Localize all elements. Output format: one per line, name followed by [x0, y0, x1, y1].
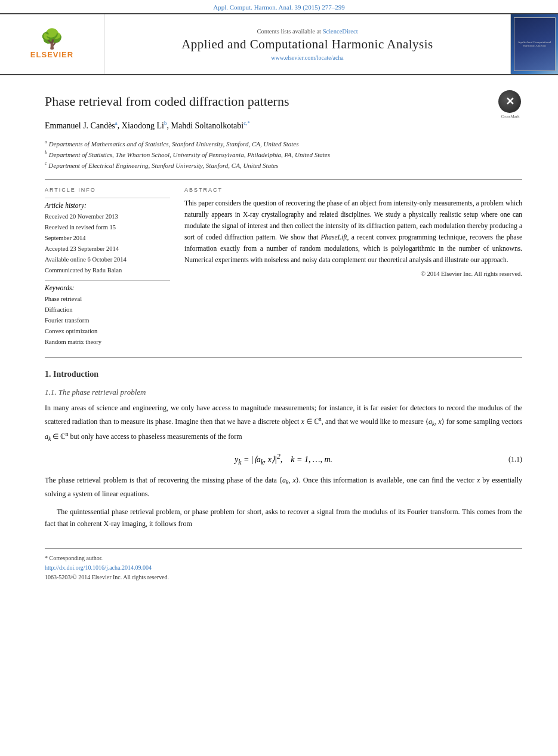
author-li-sup: b [164, 120, 167, 126]
journal-ref: Appl. Comput. Harmon. Anal. 39 (2015) 27… [213, 4, 345, 11]
article-info-column: ARTICLE INFO Article history: Received 2… [45, 187, 170, 347]
section-1-num: 1. [45, 370, 51, 379]
contents-line: Contents lists available at ScienceDirec… [257, 28, 357, 35]
article-history-block: Article history: Received 20 November 20… [45, 198, 170, 275]
abstract-text: This paper considers the question of rec… [184, 198, 522, 266]
paper-title-row: Phase retrieval from coded diffraction p… [45, 87, 522, 119]
author-soltanolkotabi: Mahdi Soltanolkotabi [171, 121, 243, 130]
keywords-block: Keywords: Phase retrieval Diffraction Fo… [45, 280, 170, 347]
authors-line: Emmanuel J. Candèsa, Xiaodong Lib, Mahdi… [45, 119, 522, 133]
body-para-1: In many areas of science and engineering… [45, 402, 522, 444]
equation-number: (1.1) [508, 455, 522, 464]
contents-label: Contents lists available at [257, 28, 321, 35]
affiliation-b: b Department of Statistics, The Wharton … [45, 149, 522, 160]
divider-after-abstract [45, 357, 522, 358]
elsevier-text: ELSEVIER [30, 50, 73, 59]
crossmark-badge[interactable]: ✕ CrossMark [498, 90, 522, 114]
copyright-line: © 2014 Elsevier Inc. All rights reserved… [184, 271, 522, 277]
two-column-section: ARTICLE INFO Article history: Received 2… [45, 187, 522, 347]
footnote-issn: 1063-5203/© 2014 Elsevier Inc. All right… [45, 573, 522, 582]
affiliation-a: a Departments of Mathematics and of Stat… [45, 139, 522, 149]
journal-cover-image: Applied and Computational Harmonic Analy… [514, 17, 556, 71]
footer-area: * Corresponding author. http://dx.doi.or… [45, 548, 522, 582]
history-items: Received 20 November 2013 Received in re… [45, 211, 170, 275]
footnote-doi[interactable]: http://dx.doi.org/10.1016/j.acha.2014.09… [45, 563, 522, 573]
section-1-heading: 1. Introduction [45, 370, 522, 379]
keywords-list: Phase retrieval Diffraction Fourier tran… [45, 294, 170, 347]
history-item-6: Communicated by Radu Balan [45, 265, 170, 276]
subsection-1-1-heading: 1.1. The phase retrieval problem [45, 388, 522, 397]
history-item-2: Received in revised form 15 [45, 222, 170, 233]
body-para-2: The phase retrieval problem is that of r… [45, 474, 522, 500]
keyword-4: Convex optimization [45, 326, 170, 337]
subsection-1-1-title: The phase retrieval problem [58, 388, 146, 397]
article-info-label: ARTICLE INFO [45, 187, 170, 193]
main-header: 🌳 ELSEVIER Contents lists available at S… [0, 13, 558, 75]
affiliations: a Departments of Mathematics and of Stat… [45, 139, 522, 171]
paper-title: Phase retrieval from coded diffraction p… [45, 93, 289, 110]
section-1-title: Introduction [53, 370, 98, 379]
journal-url[interactable]: www.elsevier.com/locate/acha [271, 54, 344, 61]
journal-title-area: Contents lists available at ScienceDirec… [104, 14, 510, 74]
history-item-4: Accepted 23 September 2014 [45, 244, 170, 254]
elsevier-logo: 🌳 ELSEVIER [30, 29, 73, 59]
history-item-1: Received 20 November 2013 [45, 211, 170, 222]
doi-link[interactable]: http://dx.doi.org/10.1016/j.acha.2014.09… [45, 564, 152, 571]
history-item-5: Available online 6 October 2014 [45, 254, 170, 265]
keyword-3: Fourier transform [45, 315, 170, 326]
keyword-5: Random matrix theory [45, 337, 170, 348]
abstract-label: ABSTRACT [184, 187, 522, 193]
cover-text: Applied and Computational Harmonic Analy… [517, 41, 553, 48]
equation-content: yk = |⟨ak, x⟩|2, k = 1, …, m. [235, 453, 332, 466]
subsection-1-1-num: 1.1. [45, 388, 57, 397]
keyword-2: Diffraction [45, 305, 170, 315]
equation-1-1: yk = |⟨ak, x⟩|2, k = 1, …, m. (1.1) [45, 453, 522, 466]
journal-header-bar: Appl. Comput. Harmon. Anal. 39 (2015) 27… [0, 0, 558, 13]
abstract-phaselift: PhaseLift [321, 233, 347, 241]
history-item-3: September 2014 [45, 233, 170, 244]
author-li: Xiaodong Li [122, 121, 164, 130]
paper-content: Phase retrieval from coded diffraction p… [0, 75, 558, 594]
tree-icon: 🌳 [30, 29, 73, 48]
author-candes: Emmanuel J. Candès [45, 121, 115, 130]
abstract-column: ABSTRACT This paper considers the questi… [184, 187, 522, 347]
keyword-1: Phase retrieval [45, 294, 170, 305]
history-title: Article history: [45, 202, 170, 209]
abstract-and: and [270, 222, 280, 229]
crossmark-icon: ✕ [498, 90, 521, 113]
author-soltanolkotabi-sup: c,* [243, 120, 250, 126]
body-para-3: The quintessential phase retrieval probl… [45, 506, 522, 530]
publisher-logo-area: 🌳 ELSEVIER [0, 14, 104, 74]
divider-after-affiliations [45, 179, 522, 180]
journal-cover-thumbnail: Applied and Computational Harmonic Analy… [510, 14, 558, 74]
author-candes-sup: a [115, 120, 118, 126]
journal-main-title: Applied and Computational Harmonic Analy… [181, 37, 433, 52]
footnote-corresponding: * Corresponding author. [45, 554, 522, 563]
sciencedirect-link[interactable]: ScienceDirect [323, 28, 358, 35]
body-text: 1. Introduction 1.1. The phase retrieval… [45, 370, 522, 530]
keywords-title: Keywords: [45, 284, 170, 291]
abstract-then-collect: then collect [281, 222, 313, 229]
footnote-star-label: * Corresponding author. [45, 555, 103, 561]
crossmark-label: CrossMark [498, 114, 522, 119]
affiliation-c: c Department of Electrical Engineering, … [45, 160, 522, 171]
